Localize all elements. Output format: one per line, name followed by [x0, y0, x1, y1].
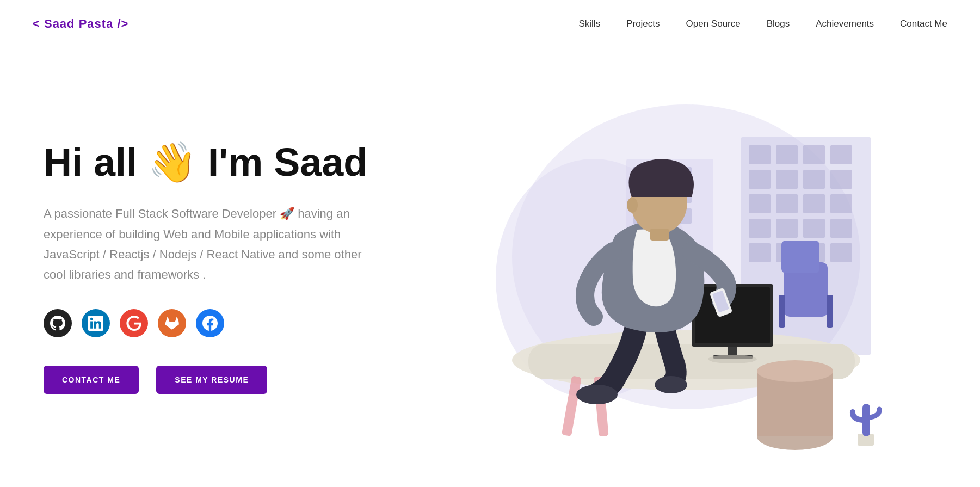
- contact-button[interactable]: CONTACT ME: [44, 366, 139, 394]
- svg-rect-17: [803, 219, 825, 238]
- nav-link-opensource[interactable]: Open Source: [686, 19, 741, 29]
- svg-rect-16: [776, 219, 798, 238]
- svg-point-52: [655, 376, 687, 393]
- hero-left: Hi all 👋 I'm Saad A passionate Full Stac…: [44, 141, 381, 394]
- svg-rect-18: [830, 219, 852, 238]
- svg-rect-10: [830, 170, 852, 189]
- facebook-svg: [202, 316, 218, 331]
- svg-rect-15: [749, 219, 771, 238]
- svg-rect-4: [776, 145, 798, 164]
- svg-rect-13: [803, 194, 825, 213]
- svg-rect-57: [650, 229, 669, 241]
- nav-item-blogs[interactable]: Blogs: [767, 19, 790, 29]
- cta-buttons: CONTACT ME SEE MY RESUME: [44, 366, 381, 394]
- hero-section: Hi all 👋 I'm Saad A passionate Full Stac…: [0, 48, 980, 487]
- hero-description: A passionate Full Stack Software Develop…: [44, 204, 381, 285]
- hero-illustration: [381, 77, 936, 458]
- illustration-container: [425, 83, 893, 453]
- nav-link-skills[interactable]: Skills: [578, 19, 600, 29]
- svg-point-43: [757, 360, 833, 382]
- google-icon[interactable]: [120, 309, 148, 337]
- nav-item-skills[interactable]: Skills: [578, 19, 600, 29]
- hero-svg: [425, 83, 893, 453]
- svg-rect-5: [803, 145, 825, 164]
- svg-rect-7: [749, 170, 771, 189]
- facebook-icon[interactable]: [196, 309, 224, 337]
- svg-point-51: [576, 385, 618, 404]
- social-icons: [44, 309, 381, 337]
- svg-rect-12: [776, 194, 798, 213]
- nav-item-achievements[interactable]: Achievements: [816, 19, 874, 29]
- nav-link-projects[interactable]: Projects: [626, 19, 660, 29]
- svg-rect-11: [749, 194, 771, 213]
- svg-rect-36: [781, 241, 819, 273]
- svg-rect-35: [827, 295, 833, 328]
- google-svg: [126, 316, 141, 331]
- nav-logo[interactable]: < Saad Pasta />: [33, 17, 128, 31]
- svg-rect-6: [830, 145, 852, 164]
- github-icon[interactable]: [44, 309, 72, 337]
- svg-rect-19: [749, 243, 771, 262]
- svg-rect-3: [749, 145, 771, 164]
- gitlab-svg: [164, 316, 180, 331]
- nav-links: Skills Projects Open Source Blogs Achiev…: [578, 19, 947, 29]
- nav-link-contact[interactable]: Contact Me: [900, 19, 947, 29]
- nav-item-opensource[interactable]: Open Source: [686, 19, 741, 29]
- nav-link-blogs[interactable]: Blogs: [767, 19, 790, 29]
- nav-item-contact[interactable]: Contact Me: [900, 19, 947, 29]
- svg-point-56: [627, 198, 638, 213]
- hero-title: Hi all 👋 I'm Saad: [44, 141, 381, 184]
- svg-rect-9: [803, 170, 825, 189]
- svg-rect-22: [830, 243, 852, 262]
- github-svg: [50, 316, 65, 331]
- svg-rect-34: [779, 295, 785, 328]
- cactus-decoration: [849, 393, 882, 447]
- navbar: < Saad Pasta /> Skills Projects Open Sou…: [0, 0, 980, 48]
- nav-link-achievements[interactable]: Achievements: [816, 19, 874, 29]
- svg-point-50: [708, 355, 757, 363]
- nav-item-projects[interactable]: Projects: [626, 19, 660, 29]
- svg-rect-8: [776, 170, 798, 189]
- svg-rect-14: [830, 194, 852, 213]
- linkedin-svg: [88, 316, 103, 331]
- resume-button[interactable]: SEE MY RESUME: [156, 366, 267, 394]
- linkedin-icon[interactable]: [82, 309, 110, 337]
- gitlab-icon[interactable]: [158, 309, 186, 337]
